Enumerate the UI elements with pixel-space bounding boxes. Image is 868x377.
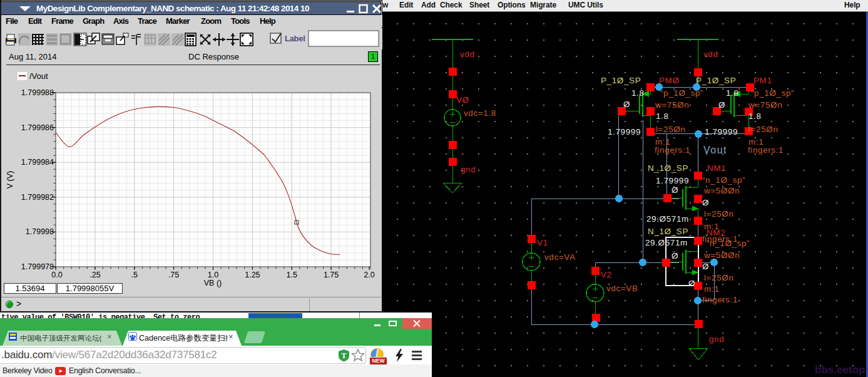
svg-text:0.0: 0.0 <box>51 271 62 279</box>
svg-text:w=5ØØn: w=5ØØn <box>703 250 740 260</box>
svg-text:fingers:1: fingers:1 <box>702 234 738 244</box>
svg-text:VB (): VB () <box>204 279 222 287</box>
svg-text:bbs.eetop.cn: bbs.eetop.cn <box>815 364 868 376</box>
svg-text:fingers:1: fingers:1 <box>655 145 690 155</box>
svg-text:m:1: m:1 <box>704 222 719 231</box>
svg-text:1.799988: 1.799988 <box>21 88 54 97</box>
svg-text:1.79998: 1.79998 <box>26 227 54 236</box>
svg-text:1.8: 1.8 <box>726 88 739 98</box>
svg-text:l=25Øn: l=25Øn <box>656 125 686 134</box>
svg-text:fingers:1: fingers:1 <box>702 295 738 304</box>
svg-text:N_1Ø_SP: N_1Ø_SP <box>648 227 688 236</box>
svg-text:m:1: m:1 <box>704 284 719 294</box>
svg-text:vdc=1.8: vdc=1.8 <box>464 108 496 118</box>
svg-text:l=25Øn: l=25Øn <box>704 209 734 219</box>
svg-text:T: T <box>341 351 346 360</box>
svg-text:“p_1Ø_sp”: “p_1Ø_sp” <box>660 88 703 98</box>
svg-text:P_1Ø_SP: P_1Ø_SP <box>696 76 736 85</box>
svg-text:2.0: 2.0 <box>364 271 374 279</box>
svg-text:Ø: Ø <box>702 262 709 271</box>
svg-text:1.25: 1.25 <box>245 271 260 279</box>
svg-text:1.0: 1.0 <box>208 271 218 279</box>
svg-text:N_1Ø_SP: N_1Ø_SP <box>648 163 688 173</box>
svg-text:w=5ØØn: w=5ØØn <box>703 186 740 195</box>
svg-text:1.79999: 1.79999 <box>705 127 738 137</box>
svg-text:V (V): V (V) <box>6 171 14 189</box>
svg-text:Vout: Vout <box>703 145 727 155</box>
svg-text:1.8: 1.8 <box>748 111 762 121</box>
svg-text:Ø: Ø <box>688 279 695 288</box>
svg-text:29.Ø571m: 29.Ø571m <box>645 238 688 247</box>
svg-text:w=75Øn: w=75Øn <box>655 100 689 110</box>
svg-text:P_1Ø_SP: P_1Ø_SP <box>601 76 641 85</box>
svg-text:PM1: PM1 <box>753 76 772 85</box>
svg-text:l=25Øn: l=25Øn <box>748 125 779 134</box>
svg-text:1.799978: 1.799978 <box>21 262 54 271</box>
svg-text:Ø: Ø <box>702 198 709 207</box>
svg-text:1.79999: 1.79999 <box>656 176 689 185</box>
svg-text:NM1: NM1 <box>707 163 726 173</box>
svg-text:/Vout: /Vout <box>29 71 48 81</box>
svg-text:Ø: Ø <box>671 185 678 195</box>
svg-text:.75: .75 <box>168 271 179 279</box>
svg-text:.25: .25 <box>89 271 100 279</box>
svg-text:1.79999: 1.79999 <box>608 127 641 137</box>
svg-text:Ø: Ø <box>623 100 630 109</box>
svg-text:1.5: 1.5 <box>287 271 297 279</box>
svg-text:“n_1Ø_sp”: “n_1Ø_sp” <box>702 175 745 185</box>
svg-text:l=25Øn: l=25Øn <box>704 273 734 282</box>
svg-text:1.799984: 1.799984 <box>21 158 54 167</box>
svg-text:Ø: Ø <box>718 100 725 110</box>
svg-text:1.8: 1.8 <box>631 88 645 98</box>
svg-text:.5: .5 <box>131 271 138 279</box>
svg-text:29.Ø571m: 29.Ø571m <box>646 214 689 224</box>
svg-text:gnd: gnd <box>709 334 724 344</box>
svg-text:V1: V1 <box>537 238 548 247</box>
svg-text:fingers:1: fingers:1 <box>748 145 784 155</box>
svg-text:Label: Label <box>285 34 305 43</box>
svg-text:vdd: vdd <box>703 49 718 59</box>
svg-text:1.75: 1.75 <box>324 271 339 279</box>
svg-text:“p_1Ø_sp”: “p_1Ø_sp” <box>751 88 794 98</box>
svg-text:V2: V2 <box>601 270 612 279</box>
svg-text:1.8: 1.8 <box>656 111 669 121</box>
svg-text:vdc=VA: vdc=VA <box>544 252 576 262</box>
svg-text:PMØ: PMØ <box>659 76 680 85</box>
svg-text:vdd: vdd <box>460 49 475 59</box>
svg-text:gnd: gnd <box>461 165 476 174</box>
svg-text:1.799986: 1.799986 <box>21 123 54 132</box>
svg-text:w=75Øn: w=75Øn <box>748 100 782 110</box>
svg-text:vdc=VB: vdc=VB <box>606 284 638 293</box>
svg-text:1.799982: 1.799982 <box>21 193 54 202</box>
svg-text:Ø: Ø <box>671 251 678 261</box>
svg-text:VØ: VØ <box>456 95 469 105</box>
